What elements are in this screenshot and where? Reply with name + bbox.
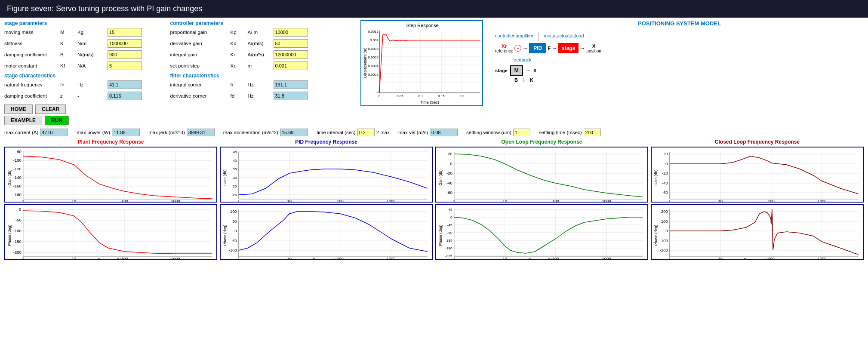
moving-mass-input[interactable]	[108, 28, 142, 37]
pid-phase-chart: 100 50 0 -50 -100 Phase (deg) 1 10 100 1…	[220, 204, 433, 260]
svg-text:-60: -60	[446, 190, 452, 195]
moving-mass-label: moving mass	[4, 30, 60, 35]
svg-text:20: 20	[233, 193, 237, 197]
settling-time-input[interactable]	[584, 129, 601, 136]
deriv-corner-input[interactable]	[274, 92, 308, 100]
moving-mass-symbol: M	[60, 30, 77, 35]
svg-text:0.0006: 0.0006	[368, 55, 379, 59]
time-interval-item: time interval (sec) 2 max	[317, 129, 390, 136]
motor-const-label: motor constant	[4, 63, 60, 68]
svg-text:100: 100	[230, 209, 237, 214]
run-button[interactable]: RUN	[45, 116, 69, 125]
svg-text:1000: 1000	[171, 199, 180, 203]
max-current-item: max current (A)	[4, 129, 68, 136]
settling-window-input[interactable]	[513, 129, 530, 136]
setpt-step-label: set point step	[170, 63, 231, 68]
pid-chart-group: PID Frequency Response 45 40	[220, 139, 433, 260]
svg-text:-20: -20	[446, 171, 452, 175]
arrow4: →	[526, 68, 531, 74]
deriv-corner-label: derivative corner	[170, 93, 231, 98]
svg-text:10: 10	[287, 199, 292, 203]
settling-window-label: settling window (um)	[466, 130, 511, 135]
svg-rect-27	[5, 147, 216, 203]
deriv-gain-symbol: Kd	[231, 41, 248, 46]
plus-sign: ⊥	[521, 77, 526, 83]
svg-text:0.0004: 0.0004	[368, 64, 379, 68]
svg-rect-183	[652, 205, 863, 260]
svg-text:0: 0	[377, 90, 379, 94]
nat-freq-input[interactable]	[108, 80, 142, 89]
motor-const-unit: N/A	[77, 63, 108, 68]
integ-gain-input[interactable]	[274, 50, 308, 59]
stiffness-label: stiffness	[4, 41, 60, 46]
svg-text:35: 35	[233, 167, 237, 171]
max-jerk-input[interactable]	[187, 129, 215, 136]
max-current-input[interactable]	[40, 129, 68, 136]
example-button[interactable]: EXAMPLE	[4, 116, 42, 125]
svg-text:0.15: 0.15	[438, 94, 445, 98]
setpt-step-input[interactable]	[274, 61, 308, 70]
step-response-svg: Step Response 0.0012 0.001 0.0008	[362, 22, 483, 106]
svg-text:100: 100	[661, 219, 668, 224]
clear-button[interactable]: CLEAR	[35, 104, 66, 114]
stiffness-input[interactable]	[108, 39, 142, 48]
svg-text:-180: -180	[445, 246, 452, 250]
svg-text:1: 1	[453, 199, 455, 203]
svg-text:200: 200	[661, 209, 668, 214]
damping-label: damping coefficient	[4, 52, 60, 57]
prop-gain-unit: A/ m	[248, 30, 274, 35]
svg-text:Gain (db): Gain (db)	[438, 169, 442, 185]
damping-input[interactable]	[108, 50, 142, 59]
plant-phase-svg: 0 -50 -100 -150 -200 Phase (deg) 1 10 10…	[5, 205, 216, 260]
stage-chars-title: stage characteristics	[4, 73, 157, 79]
setpt-step-unit: m	[248, 63, 274, 68]
svg-text:0: 0	[379, 94, 381, 98]
max-accel-input[interactable]	[280, 129, 308, 136]
max-accel-label: max acceleration (m/s^2)	[223, 130, 278, 135]
b-label: B	[514, 77, 518, 83]
svg-text:30: 30	[233, 176, 237, 180]
integ-gain-row: integral gain Ki A/(m*s)	[170, 49, 357, 60]
deriv-gain-input[interactable]	[274, 39, 308, 48]
stiffness-row: stiffness K N/m	[4, 38, 157, 49]
damp-coef-label: damping coefficient	[4, 93, 60, 98]
ol-phase-svg: 45 0 -45 -90 -135 -180 -225 Phase (deg) …	[436, 205, 647, 260]
time-interval-input[interactable]	[357, 129, 375, 136]
svg-text:0.2: 0.2	[459, 94, 465, 98]
nat-freq-row: natural frequency fn Hz	[4, 80, 157, 90]
max-current-label: max current (A)	[4, 130, 38, 135]
svg-text:-50: -50	[231, 239, 237, 243]
prop-gain-input[interactable]	[274, 28, 308, 37]
svg-text:-40: -40	[662, 181, 668, 185]
max-vel-input[interactable]	[430, 129, 458, 136]
svg-text:0.001: 0.001	[370, 38, 379, 42]
damp-coef-input[interactable]	[108, 92, 142, 100]
cl-chart-title: Closed Loop Frequency Response	[651, 139, 864, 145]
sum-junction: +	[514, 45, 521, 52]
integ-corner-symbol: fi	[231, 82, 248, 87]
divider-line: |	[537, 30, 540, 41]
deriv-gain-row: derivative gain Kd A/(m/s)	[170, 38, 357, 49]
ol-gain-svg: 20 0 -20 -40 -60 Gain (db) 1 10 100 1000	[436, 147, 647, 203]
home-button[interactable]: HOME	[4, 104, 33, 114]
max-power-input[interactable]	[112, 129, 140, 136]
step-response-chart: Step Response 0.0012 0.001 0.0008	[360, 20, 483, 106]
svg-text:10: 10	[718, 199, 723, 203]
svg-text:10: 10	[72, 199, 76, 203]
pid-phase-svg: 100 50 0 -50 -100 Phase (deg) 1 10 100 1…	[221, 205, 432, 260]
svg-text:-50: -50	[15, 218, 22, 222]
integ-gain-unit: A/(m*s)	[248, 52, 274, 57]
integ-corner-input[interactable]	[274, 80, 308, 89]
damp-coef-row: damping coefficient z -	[4, 91, 157, 101]
svg-text:100: 100	[768, 199, 775, 203]
svg-text:25: 25	[233, 184, 237, 188]
svg-text:45: 45	[233, 150, 237, 154]
svg-text:-200: -200	[13, 250, 22, 255]
setpt-step-row: set point step Xr m	[170, 61, 357, 71]
motor-const-input[interactable]	[108, 61, 142, 70]
nat-freq-symbol: fn	[60, 82, 77, 87]
cl-chart-group: Closed Loop Frequency Response 20 0	[651, 139, 864, 260]
pid-gain-svg: 45 40 35 30 25 20 Gain (db) 1 10 100 100…	[221, 147, 432, 203]
svg-text:Gain (db): Gain (db)	[653, 169, 658, 185]
svg-text:45: 45	[448, 208, 452, 212]
